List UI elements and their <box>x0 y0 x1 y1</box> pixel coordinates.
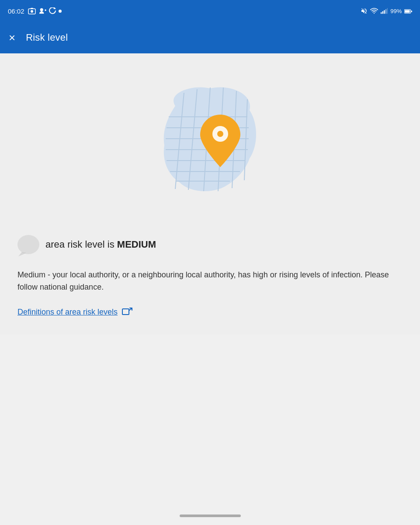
sync-icon <box>49 7 56 14</box>
map-graphic <box>153 80 267 211</box>
person-add-icon <box>38 7 46 14</box>
map-illustration <box>0 53 420 228</box>
signal-icon <box>381 8 388 14</box>
svg-point-7 <box>374 13 375 14</box>
svg-point-1 <box>31 10 33 13</box>
time-display: 06:02 <box>8 7 24 15</box>
risk-level-value: MEDIUM <box>117 239 156 250</box>
svg-rect-12 <box>387 8 388 14</box>
svg-point-30 <box>217 131 223 137</box>
svg-rect-32 <box>122 309 129 315</box>
external-link-icon <box>122 308 132 317</box>
main-content: area risk level is MEDIUM Medium - your … <box>0 53 420 335</box>
risk-level-block: area risk level is MEDIUM <box>0 228 420 266</box>
svg-rect-8 <box>381 12 382 14</box>
battery-display: 99% <box>390 8 412 14</box>
svg-point-3 <box>40 8 43 11</box>
svg-rect-9 <box>382 11 383 14</box>
definitions-link[interactable]: Definitions of area risk levels <box>17 308 118 317</box>
mute-icon <box>361 7 368 14</box>
location-bubble-icon <box>17 233 45 257</box>
risk-level-heading: area risk level is MEDIUM <box>45 238 156 251</box>
app-bar-title: Risk level <box>26 32 68 43</box>
app-bar: × Risk level <box>0 22 420 53</box>
svg-rect-14 <box>405 10 410 13</box>
status-icons <box>28 7 62 14</box>
svg-point-31 <box>17 235 39 254</box>
definitions-link-container: Definitions of area risk levels <box>0 308 150 335</box>
risk-description-text: Medium - your local authority, or a neig… <box>17 269 403 294</box>
risk-headline-prefix: area risk level is <box>45 239 117 250</box>
photo-icon <box>28 7 36 14</box>
svg-rect-15 <box>411 10 412 12</box>
status-left: 06:02 <box>8 7 62 15</box>
svg-rect-2 <box>31 8 33 9</box>
svg-rect-10 <box>384 10 385 14</box>
svg-rect-11 <box>385 9 386 14</box>
scroll-indicator <box>180 514 241 517</box>
close-button[interactable]: × <box>9 32 15 43</box>
battery-icon <box>404 9 412 14</box>
status-right: 99% <box>361 7 412 14</box>
status-bar: 06:02 <box>0 0 420 22</box>
wifi-icon <box>370 8 378 14</box>
risk-description: Medium - your local authority, or a neig… <box>0 266 420 308</box>
dot-indicator <box>59 10 62 13</box>
